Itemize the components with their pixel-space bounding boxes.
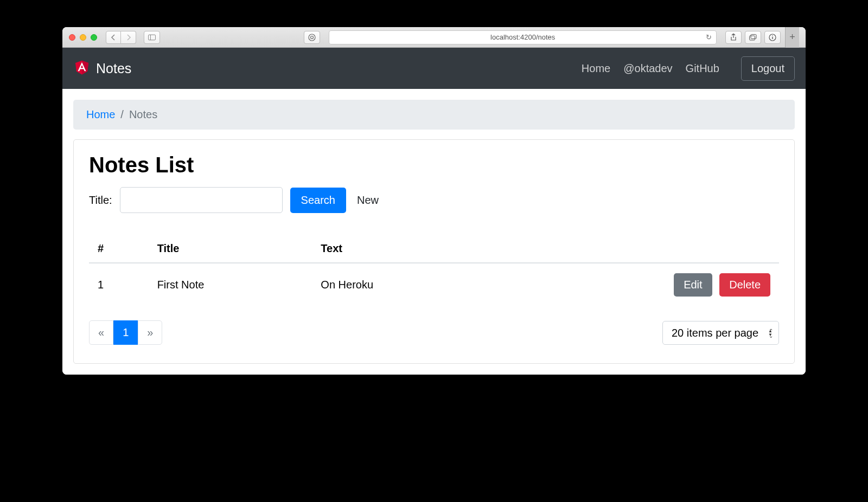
per-page-select-wrap: 20 items per page ▲▼	[662, 321, 779, 345]
svg-rect-4	[750, 36, 755, 40]
forward-button[interactable]	[121, 31, 136, 44]
new-link[interactable]: New	[357, 194, 379, 207]
nav-buttons	[106, 31, 136, 44]
chrome-right-controls	[725, 31, 781, 44]
nav-link-oktadev[interactable]: @oktadev	[623, 62, 672, 75]
page-next[interactable]: »	[138, 320, 162, 345]
breadcrumb-current: Notes	[129, 108, 157, 121]
svg-point-3	[311, 36, 314, 38]
minimize-window-icon[interactable]	[80, 34, 86, 41]
svg-marker-10	[82, 61, 88, 75]
brand[interactable]: Notes	[73, 58, 131, 79]
cell-text: On Heroku	[312, 263, 489, 306]
nav-links: Home @oktadev GitHub Logout	[582, 56, 795, 81]
breadcrumb-home[interactable]: Home	[86, 108, 115, 121]
cell-title: First Note	[149, 263, 312, 306]
per-page-select[interactable]: 20 items per page	[662, 321, 779, 345]
filter-row: Title: Search New	[89, 187, 779, 213]
share-button[interactable]	[725, 31, 742, 44]
svg-point-7	[772, 35, 773, 36]
table-footer: « 1 » 20 items per page ▲▼	[89, 320, 779, 345]
select-caret-icon: ▲▼	[768, 329, 773, 336]
cell-actions: Edit Delete	[490, 263, 779, 306]
browser-window: localhost:4200/notes ↻ + Notes Home @o	[62, 27, 806, 375]
sidebar-toggle-button[interactable]	[144, 31, 160, 44]
logout-button[interactable]: Logout	[741, 56, 795, 81]
search-button[interactable]: Search	[290, 188, 346, 213]
browser-chrome: localhost:4200/notes ↻ +	[62, 27, 806, 48]
tabs-button[interactable]	[745, 31, 761, 44]
edit-button[interactable]: Edit	[674, 273, 712, 297]
nav-link-home[interactable]: Home	[582, 62, 610, 75]
col-actions	[490, 235, 779, 263]
info-button[interactable]	[764, 31, 781, 44]
app-navbar: Notes Home @oktadev GitHub Logout	[62, 48, 806, 89]
maximize-window-icon[interactable]	[91, 34, 97, 41]
url-text: localhost:4200/notes	[490, 33, 555, 41]
svg-point-2	[309, 34, 315, 41]
content-area: Home / Notes Notes List Title: Search Ne…	[62, 89, 806, 375]
breadcrumb: Home / Notes	[73, 100, 795, 130]
delete-button[interactable]: Delete	[719, 273, 770, 297]
svg-rect-0	[148, 35, 155, 40]
back-button[interactable]	[106, 31, 121, 44]
pagination: « 1 »	[89, 320, 162, 345]
breadcrumb-separator: /	[120, 108, 124, 121]
brand-text: Notes	[96, 61, 131, 76]
filter-label: Title:	[89, 194, 112, 207]
close-window-icon[interactable]	[69, 34, 75, 41]
notes-table: # Title Text 1 First Note On Heroku Edit…	[89, 235, 779, 306]
col-text: Text	[312, 235, 489, 263]
col-title: Title	[149, 235, 312, 263]
table-header-row: # Title Text	[89, 235, 779, 263]
refresh-icon[interactable]: ↻	[706, 33, 712, 41]
privacy-button[interactable]	[304, 31, 320, 44]
page-current[interactable]: 1	[113, 320, 138, 345]
cell-num: 1	[89, 263, 149, 306]
table-row: 1 First Note On Heroku Edit Delete	[89, 263, 779, 306]
page-prev[interactable]: «	[89, 320, 113, 345]
page-title: Notes List	[89, 153, 779, 177]
svg-rect-5	[751, 34, 756, 38]
notes-card: Notes List Title: Search New # Title Tex…	[73, 139, 795, 364]
address-bar[interactable]: localhost:4200/notes ↻	[329, 30, 717, 44]
window-controls	[69, 34, 97, 41]
angular-logo-icon	[73, 58, 91, 79]
title-input[interactable]	[120, 187, 283, 213]
col-num: #	[89, 235, 149, 263]
nav-link-github[interactable]: GitHub	[686, 62, 719, 75]
new-tab-button[interactable]: +	[785, 27, 799, 48]
